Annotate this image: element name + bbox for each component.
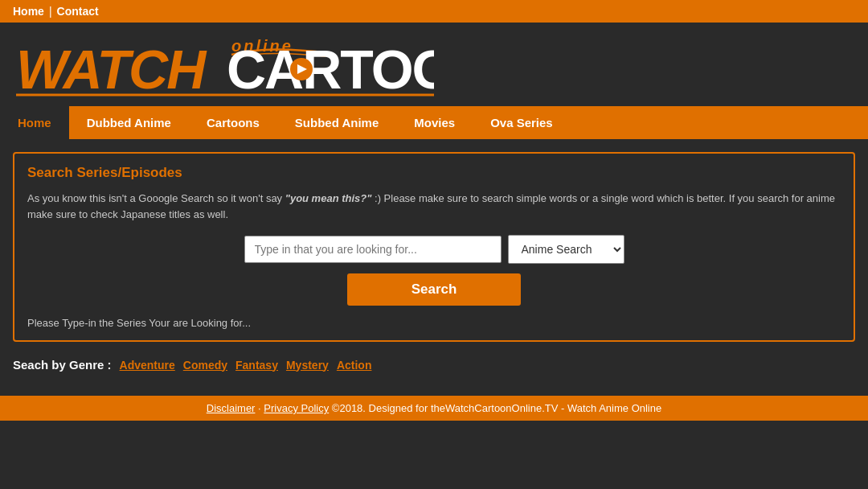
search-title: Search Series/Episodes <box>27 165 841 181</box>
separator: | <box>49 5 52 18</box>
svg-text:CARTOON: CARTOON <box>227 39 434 98</box>
genre-action[interactable]: Action <box>337 359 372 372</box>
site-logo: WATCH online CARTOON <box>16 34 434 98</box>
nav-ova-series[interactable]: Ova Series <box>473 106 571 139</box>
nav-dubbed-anime[interactable]: Dubbed Anime <box>69 106 189 139</box>
top-bar: Home | Contact <box>0 0 868 23</box>
search-note-plain: As you know this isn't a Gooogle Search … <box>27 192 285 204</box>
nav-cartoons[interactable]: Cartoons <box>189 106 277 139</box>
footer-copyright: ©2018. Designed for theWatchCartoonOnlin… <box>332 402 661 414</box>
nav-subbed-anime[interactable]: Subbed Anime <box>277 106 396 139</box>
footer: Disclaimer · Privacy Policy ©2018. Desig… <box>0 396 868 421</box>
search-input[interactable] <box>244 236 502 263</box>
nav-movies[interactable]: Movies <box>396 106 473 139</box>
content-area: Search Series/Episodes As you know this … <box>0 139 868 392</box>
genre-bar: Seach by Genre : Adventure Comedy Fantas… <box>13 353 855 380</box>
footer-privacy[interactable]: Privacy Policy <box>264 402 329 414</box>
genre-fantasy[interactable]: Fantasy <box>235 359 278 372</box>
genre-mystery[interactable]: Mystery <box>286 359 329 372</box>
search-button-wrap: Search <box>27 273 841 306</box>
search-note: As you know this isn't a Gooogle Search … <box>27 191 841 222</box>
contact-link[interactable]: Contact <box>57 5 99 18</box>
home-link[interactable]: Home <box>13 5 44 18</box>
genre-comedy[interactable]: Comedy <box>183 359 227 372</box>
search-note-italic: "you mean this?" <box>285 192 372 204</box>
genre-label: Seach by Genre : <box>13 358 112 372</box>
search-inputs-row: Anime Search Cartoon Search Movie Search <box>27 235 841 264</box>
search-type-select[interactable]: Anime Search Cartoon Search Movie Search <box>508 235 624 264</box>
search-section: Search Series/Episodes As you know this … <box>13 152 855 342</box>
logo-area: WATCH online CARTOON <box>0 23 868 106</box>
svg-text:WATCH: WATCH <box>16 39 207 98</box>
genre-adventure[interactable]: Adventure <box>120 359 175 372</box>
search-button[interactable]: Search <box>347 273 522 306</box>
footer-disclaimer[interactable]: Disclaimer <box>207 402 256 414</box>
nav-home[interactable]: Home <box>0 106 69 139</box>
search-hint: Please Type-in the Series Your are Looki… <box>27 317 841 329</box>
main-nav: Home Dubbed Anime Cartoons Subbed Anime … <box>0 106 868 139</box>
